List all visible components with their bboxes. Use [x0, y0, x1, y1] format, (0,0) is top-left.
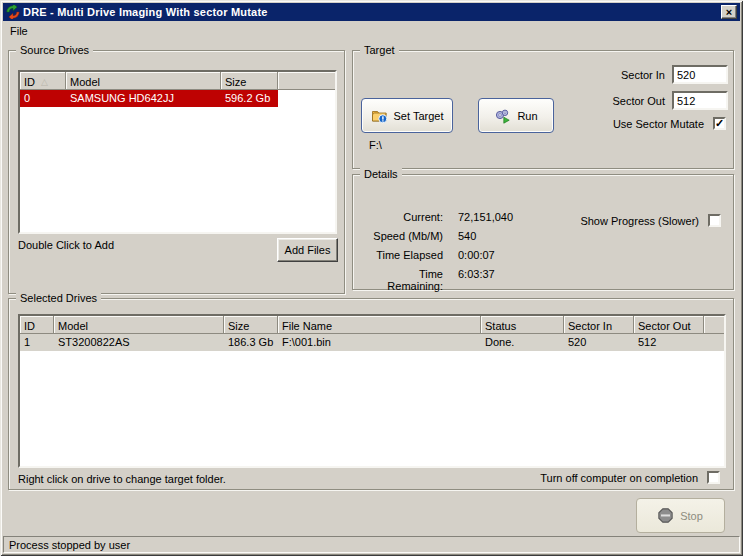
selected-drives-header: ID Model Size File Name Status Sector In… — [20, 316, 724, 334]
sort-asc-icon: △ — [41, 77, 48, 87]
source-drives-header: ID △ Model Size — [20, 72, 335, 90]
selected-drives-list[interactable]: ID Model Size File Name Status Sector In… — [18, 314, 726, 468]
run-button[interactable]: Run — [478, 98, 554, 133]
source-col-model[interactable]: Model — [66, 72, 221, 90]
sel-col-sector-out[interactable]: Sector Out — [634, 316, 704, 334]
run-gears-icon — [494, 108, 511, 124]
detail-time-remaining: Time Remaining: 6:03:37 — [361, 268, 621, 292]
sel-row-file-name[interactable]: F:\001.bin — [278, 334, 481, 351]
sel-col-filler — [704, 316, 724, 334]
set-target-button[interactable]: Set Target — [361, 98, 453, 133]
sel-col-model[interactable]: Model — [54, 316, 224, 334]
details-legend: Details — [360, 168, 402, 180]
turn-off-checkbox[interactable] — [707, 471, 720, 484]
use-sector-mutate-label: Use Sector Mutate — [613, 118, 704, 130]
turn-off-label: Turn off computer on completion — [540, 472, 698, 484]
window-title: DRE - Multi Drive Imaging With sector Mu… — [23, 6, 268, 18]
sector-in-label: Sector In — [621, 69, 665, 81]
target-path: F:\ — [369, 139, 382, 151]
turn-off-row: Turn off computer on completion — [540, 471, 720, 484]
sector-out-row: Sector Out — [612, 91, 728, 110]
selected-drives-legend: Selected Drives — [16, 292, 101, 304]
source-drives-legend: Source Drives — [16, 44, 93, 56]
stop-button[interactable]: Stop — [636, 498, 725, 533]
sel-row-id[interactable]: 1 — [20, 334, 54, 351]
sector-out-input[interactable] — [672, 91, 728, 110]
detail-time-elapsed: Time Elapsed 0:00:07 — [361, 249, 621, 261]
show-progress-checkbox[interactable] — [708, 214, 721, 227]
sel-col-sector-in[interactable]: Sector In — [564, 316, 634, 334]
sel-col-status[interactable]: Status — [481, 316, 564, 334]
show-progress-row: Show Progress (Slower) — [580, 214, 721, 227]
folder-target-icon — [371, 108, 388, 124]
source-row-size[interactable]: 596.2 Gb — [221, 90, 278, 107]
source-col-filler — [278, 72, 335, 90]
detail-speed: Speed (Mb/M) 540 — [361, 230, 621, 242]
sel-row-sector-out[interactable]: 512 — [634, 334, 704, 351]
sel-row-size[interactable]: 186.3 Gb — [224, 334, 278, 351]
show-progress-label: Show Progress (Slower) — [580, 215, 699, 227]
sector-in-input[interactable] — [672, 65, 728, 84]
sel-col-size[interactable]: Size — [224, 316, 278, 334]
sel-row-sector-in[interactable]: 520 — [564, 334, 634, 351]
source-row-model[interactable]: SAMSUNG HD642JJ — [66, 90, 221, 107]
double-click-hint: Double Click to Add — [18, 239, 114, 251]
add-files-button[interactable]: Add Files — [277, 238, 338, 262]
source-col-id[interactable]: ID △ — [20, 72, 66, 90]
stop-icon — [658, 508, 673, 523]
sel-col-file-name[interactable]: File Name — [278, 316, 481, 334]
use-sector-mutate-checkbox[interactable]: ✓ — [713, 117, 726, 130]
app-icon — [6, 5, 20, 19]
close-icon: × — [726, 7, 732, 18]
target-group: Target Set Target Run F:\ Secto — [352, 50, 734, 169]
app-window: DRE - Multi Drive Imaging With sector Mu… — [0, 0, 743, 556]
source-row-filler — [278, 90, 335, 107]
title-bar[interactable]: DRE - Multi Drive Imaging With sector Mu… — [3, 3, 740, 21]
menu-bar: File — [4, 23, 34, 39]
source-col-size[interactable]: Size — [221, 72, 278, 90]
sel-row-status[interactable]: Done. — [481, 334, 564, 351]
close-button[interactable]: × — [721, 5, 737, 19]
source-drive-row[interactable]: 0 SAMSUNG HD642JJ 596.2 Gb — [20, 90, 335, 107]
use-sector-mutate-row: Use Sector Mutate ✓ — [613, 117, 726, 130]
source-drives-group: Source Drives ID △ Model Size 0 SAMSUNG … — [8, 50, 345, 294]
sel-row-model[interactable]: ST3200822AS — [54, 334, 224, 351]
menu-file[interactable]: File — [4, 23, 34, 39]
sel-col-id[interactable]: ID — [20, 316, 54, 334]
status-bar: Process stopped by user — [3, 536, 740, 553]
status-text: Process stopped by user — [9, 539, 130, 551]
target-legend: Target — [360, 44, 399, 56]
source-drives-list[interactable]: ID △ Model Size 0 SAMSUNG HD642JJ 596.2 … — [18, 70, 337, 234]
right-click-hint: Right click on drive to change target fo… — [18, 473, 226, 485]
selected-drive-row[interactable]: 1 ST3200822AS 186.3 Gb F:\001.bin Done. … — [20, 334, 724, 351]
source-row-id[interactable]: 0 — [20, 90, 66, 107]
selected-drives-group: Selected Drives ID Model Size File Name … — [8, 298, 734, 490]
details-group: Details Current: 72,151,040 Speed (Mb/M)… — [352, 174, 734, 290]
sector-in-row: Sector In — [621, 65, 728, 84]
sel-row-filler — [704, 334, 724, 351]
sector-out-label: Sector Out — [612, 95, 665, 107]
